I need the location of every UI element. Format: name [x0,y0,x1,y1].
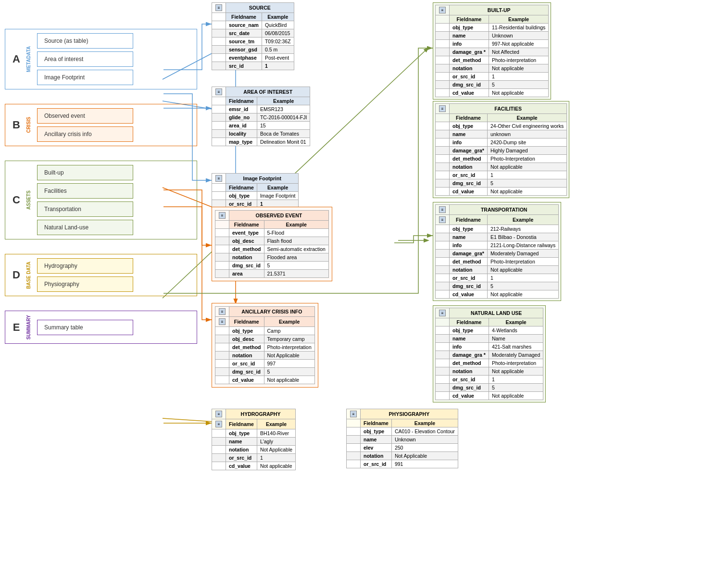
source-title: SOURCE [226,3,294,13]
obsevent-col-fieldname: Fieldname [229,221,264,229]
ancillary-table: ≡ ANCILLARY CRISIS INFO ≡ Fieldname Exam… [215,306,315,384]
field-value: L'agly [257,438,295,446]
field-value: EMSR123 [257,105,310,113]
field-value: Not applicable [487,266,558,274]
field-label: name [361,436,392,444]
field-value: 2121-Long-Distance railways [487,241,558,250]
letter-c: C [9,194,24,206]
table-row: area21.5371 [215,270,329,278]
table-row: damage_gra *Not Affected [436,48,549,56]
field-value: Flooded area [264,253,328,262]
main-container: A METADATA Source (as table) Area of int… [0,0,728,577]
table-row: or_src_id1 [436,376,543,384]
table-row: cd_valueNot applicable [436,188,567,196]
imagefootprint-table: ≡ Image Footprint Fieldname Example obj_… [212,173,299,208]
table-row: damage_gra*Highly Damaged [436,147,567,155]
table-row: or_src_id997 [215,360,315,368]
box-observedevent[interactable]: Observed event [37,108,133,124]
physio-col-example: Example [391,419,458,427]
table-icon-2: ≡ [215,421,222,427]
field-value: T09:02:36Z [262,38,294,46]
field-value: Not applicable [264,376,314,384]
box-source[interactable]: Source (as table) [37,33,133,49]
field-label: obj_type [361,427,392,436]
field-value: 5 [487,282,558,290]
table-row: notationNot applicable [436,266,559,274]
field-label: dmg_src_id [450,81,489,89]
box-builtup[interactable]: Built-up [37,165,133,180]
field-label: eventphase [226,54,262,62]
ancillary-title: ANCILLARY CRISIS INFO [229,307,315,317]
transportation-title: TRANSPORTATION [450,205,559,215]
box-transportation[interactable]: Transportation [37,201,133,217]
field-label: obj_type [450,122,488,130]
facilities-title: FACILITIES [450,104,567,114]
field-value: Moderately Damaged [489,351,543,359]
table-row: nameName [436,335,543,343]
field-value: Boca de Tomates [257,130,310,138]
table-row: notationNot applicable [436,64,549,73]
field-label: obj_type [226,429,257,438]
box-summarytable[interactable]: Summary table [37,320,133,335]
obsevent-col-example: Example [264,221,328,229]
box-aoi[interactable]: Area of interest [37,51,133,67]
table-row: damage_gra *Moderately Damaged [436,351,543,359]
box-imagefootprint[interactable]: Image Footprint [37,70,133,85]
table-row: cd_valueNot applicable [436,392,543,400]
field-label: name [450,130,488,138]
field-value: E1 Bilbao - Donostia [487,233,558,241]
field-value: 5 [489,384,543,392]
field-value: QuickBird [262,21,294,29]
table-row: obj_typeImage Footprint [212,192,299,200]
field-label: dmg_src_id [450,282,488,290]
metadata-boxes: Source (as table) Area of interest Image… [37,33,133,85]
table-row: cd_valueNot applicable [436,89,549,97]
table-row: or_src_id1 [436,73,549,81]
field-value: 5 [489,81,549,89]
label-crisis: CRISIS [26,117,35,133]
table-row: info2121-Long-Distance railways [436,241,559,250]
imgfp-col-fieldname: Fieldname [226,184,257,192]
field-value: 24-Other Civil engineering works [487,122,566,130]
box-physiography[interactable]: Physiography [37,276,133,292]
table-row: sensor_gsd0.5 m [212,46,294,54]
field-value: CA010 - Elevation Contour [391,427,458,436]
source-table-wrap: ≡ SOURCE Fieldname Example source_namQui… [212,2,294,70]
field-value: Unknown [391,436,458,444]
box-facilities[interactable]: Facilities [37,183,133,199]
table-row: obj_type4-Wetlands [436,326,543,335]
table-icon: ≡ [219,308,226,315]
field-label: cd_value [450,188,488,196]
field-label: cd_value [450,89,489,97]
field-value: Not applicable [489,89,549,97]
table-row: nameE1 Bilbao - Donostia [436,233,559,241]
field-label: or_src_id [450,73,489,81]
field-value: Not applicable [489,392,543,400]
table-row: nameUnknown [436,32,549,40]
table-row: src_id1 [212,62,294,70]
label-summary: SUMMARY [26,315,35,339]
field-value: 1 [487,171,566,179]
field-value: 250 [391,444,458,452]
table-row: emsr_idEMSR123 [212,105,310,113]
field-value: 1 [257,454,295,462]
field-label: or_src_id [361,460,392,468]
box-hydrography[interactable]: Hydrography [37,258,133,274]
box-naturallanduse[interactable]: Natural Land-use [37,220,133,235]
field-value: 5 [487,179,566,188]
basedata-boxes: Hydrography Physiography [37,258,133,292]
physiography-table: ≡ PHYSIOGRAPHY Fieldname Example obj_typ… [346,409,458,468]
field-value: 991 [391,460,458,468]
builtup-col-fieldname: Fieldname [450,15,489,24]
aoi-table: ≡ AREA OF INTEREST Fieldname Example ems… [212,87,310,146]
letter-e: E [9,321,24,334]
field-value: 0.5 m [262,46,294,54]
field-label: or_src_id [450,376,489,384]
field-label: emsr_id [226,105,257,113]
box-ancillary[interactable]: Ancillary crisis info [37,126,133,142]
field-label: map_type [226,138,257,146]
table-row: map_typeDelineation Monit 01 [212,138,310,146]
field-value: Not applicable [489,367,543,376]
table-row: det_methodPhoto-Interpretation [436,258,559,266]
table-row: obj_typeCamp [215,327,315,335]
